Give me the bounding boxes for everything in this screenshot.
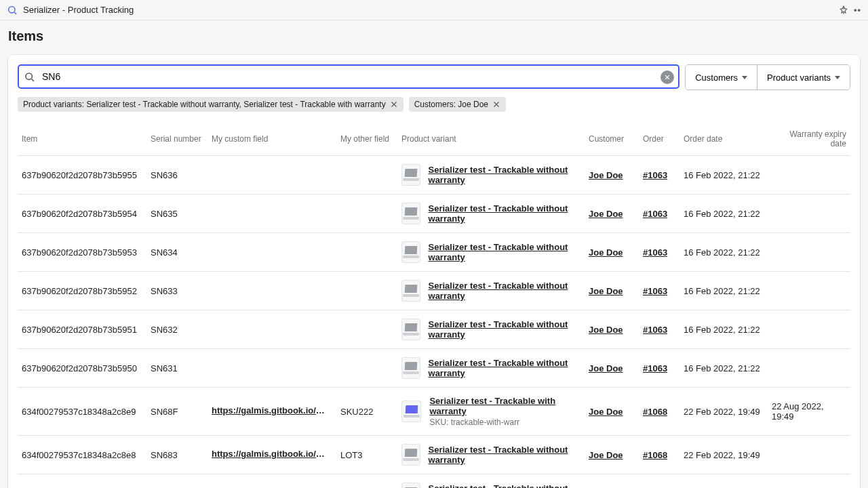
order-link[interactable]: #1068	[643, 407, 667, 417]
order-date: 22 Feb 2022, 19:49	[679, 388, 768, 436]
customer-link[interactable]: Joe Doe	[589, 286, 623, 296]
order-link[interactable]: #1063	[643, 170, 667, 180]
customer-link[interactable]: Joe Doe	[589, 325, 623, 335]
item-id: 637b90620f2d2078b73b5952	[18, 272, 146, 310]
other-field	[336, 310, 397, 349]
variant-link[interactable]: Serializer test - Trackable without warr…	[429, 281, 580, 301]
warranty-date	[768, 310, 850, 349]
variant-thumbnail	[401, 280, 420, 302]
items-card: Customers Product variants Product varia…	[8, 55, 860, 488]
pin-icon[interactable]	[839, 5, 848, 15]
col-custom: My custom field	[208, 123, 336, 156]
warranty-date	[768, 195, 850, 233]
table-row[interactable]: 634f00279537c18348a2c8e9SN68Fhttps://gal…	[18, 388, 850, 436]
item-id: 634f00279537c18348a2c8e8	[18, 436, 146, 474]
chevron-down-icon	[742, 76, 747, 79]
custom-field-link[interactable]: https://galmis.gitbook.io/seri...	[212, 449, 327, 459]
col-other: My other field	[336, 123, 397, 156]
table-row[interactable]: 634f00279537c18348a2c8e7SN682https://gal…	[18, 474, 850, 489]
customer-link[interactable]: Joe Doe	[589, 209, 623, 219]
page-title: Items	[8, 28, 860, 44]
customer-link[interactable]: Joe Doe	[589, 247, 623, 258]
table-row[interactable]: 637b90620f2d2078b73b5955SN636Serializer …	[18, 156, 850, 195]
customer-link[interactable]: Joe Doe	[589, 363, 623, 373]
customer-link[interactable]: Joe Doe	[589, 450, 623, 460]
filter-chips: Product variants: Serializer test - Trac…	[18, 97, 850, 112]
more-icon[interactable]: ••	[854, 5, 861, 15]
variant-link[interactable]: Serializer test - Trackable without warr…	[429, 358, 580, 378]
filter-chip[interactable]: Customers: Joe Doe	[409, 97, 506, 112]
order-date: 16 Feb 2022, 21:22	[679, 195, 768, 233]
variant-link[interactable]: Serializer test - Trackable with warrant…	[429, 396, 580, 416]
serial-number: SN682	[146, 474, 208, 489]
other-field	[336, 195, 397, 233]
order-date: 16 Feb 2022, 21:22	[679, 310, 768, 349]
order-link[interactable]: #1063	[643, 209, 667, 219]
order-date: 16 Feb 2022, 21:22	[679, 272, 768, 310]
table-row[interactable]: 637b90620f2d2078b73b5954SN635Serializer …	[18, 195, 850, 233]
variant-thumbnail	[401, 357, 420, 379]
table-row[interactable]: 637b90620f2d2078b73b5952SN633Serializer …	[18, 272, 850, 310]
top-bar: Serializer - Product Tracking ••	[0, 0, 868, 20]
item-id: 637b90620f2d2078b73b5951	[18, 310, 146, 349]
col-order: Order	[639, 123, 679, 156]
variant-link[interactable]: Serializer test - Trackable without warr…	[429, 445, 580, 465]
col-serial: Serial number	[146, 123, 208, 156]
variants-dropdown[interactable]: Product variants	[757, 65, 850, 89]
warranty-date	[768, 272, 850, 310]
item-id: 637b90620f2d2078b73b5953	[18, 233, 146, 272]
table-row[interactable]: 637b90620f2d2078b73b5953SN634Serializer …	[18, 233, 850, 272]
close-icon[interactable]	[390, 100, 398, 108]
variant-sku: SKU: trackable-with-warr	[429, 418, 580, 427]
variant-thumbnail	[401, 444, 420, 466]
customer-link[interactable]: Joe Doe	[589, 407, 623, 417]
col-item: Item	[18, 123, 146, 156]
close-icon[interactable]	[492, 100, 500, 108]
item-id: 637b90620f2d2078b73b5950	[18, 349, 146, 388]
variant-link[interactable]: Serializer test - Trackable without warr…	[429, 319, 580, 340]
order-link[interactable]: #1068	[643, 450, 667, 460]
variant-thumbnail	[401, 164, 420, 186]
order-date: 22 Feb 2022, 19:49	[679, 474, 768, 489]
col-order-date: Order date	[679, 123, 768, 156]
serial-number: SN68F	[146, 388, 208, 436]
custom-field-link[interactable]: https://galmis.gitbook.io/seri...	[212, 405, 327, 415]
warranty-date	[768, 436, 850, 474]
order-link[interactable]: #1063	[643, 363, 667, 373]
order-link[interactable]: #1063	[643, 247, 667, 258]
variant-thumbnail	[401, 203, 420, 224]
variant-thumbnail	[401, 401, 421, 422]
col-customer: Customer	[585, 123, 639, 156]
table-row[interactable]: 634f00279537c18348a2c8e8SN683https://gal…	[18, 436, 850, 474]
other-field: LOT2	[336, 474, 397, 489]
customer-link[interactable]: Joe Doe	[589, 170, 623, 180]
warranty-date	[768, 156, 850, 195]
variant-link[interactable]: Serializer test - Trackable without warr…	[429, 483, 580, 488]
order-date: 16 Feb 2022, 21:22	[679, 156, 768, 195]
variant-link[interactable]: Serializer test - Trackable without warr…	[429, 165, 580, 185]
items-table: Item Serial number My custom field My ot…	[18, 123, 850, 488]
clear-search-button[interactable]	[660, 70, 674, 84]
filter-chip[interactable]: Product variants: Serializer test - Trac…	[18, 97, 403, 112]
variant-link[interactable]: Serializer test - Trackable without warr…	[429, 203, 580, 224]
search-input[interactable]	[18, 64, 679, 89]
search-icon	[24, 72, 35, 83]
warranty-date	[768, 474, 850, 489]
table-row[interactable]: 637b90620f2d2078b73b5950SN631Serializer …	[18, 349, 850, 388]
serial-number: SN632	[146, 310, 208, 349]
customers-dropdown[interactable]: Customers	[686, 65, 757, 89]
other-field: LOT3	[336, 436, 397, 474]
col-warranty: Warranty expiry date	[768, 123, 850, 156]
serial-number: SN631	[146, 349, 208, 388]
order-link[interactable]: #1063	[643, 286, 667, 296]
variant-link[interactable]: Serializer test - Trackable without warr…	[429, 242, 580, 262]
variant-thumbnail	[401, 319, 420, 340]
order-link[interactable]: #1063	[643, 325, 667, 335]
svg-point-1	[26, 73, 32, 79]
serial-number: SN634	[146, 233, 208, 272]
warranty-date	[768, 349, 850, 388]
other-field	[336, 233, 397, 272]
serial-number: SN636	[146, 156, 208, 195]
table-row[interactable]: 637b90620f2d2078b73b5951SN632Serializer …	[18, 310, 850, 349]
variant-thumbnail	[401, 483, 420, 488]
